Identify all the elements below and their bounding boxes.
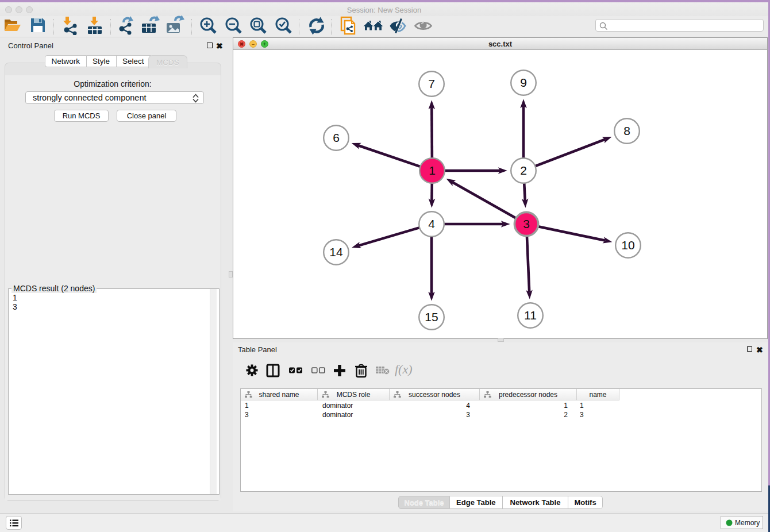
svg-text:7: 7 xyxy=(428,77,435,90)
svg-text:8: 8 xyxy=(623,124,630,137)
svg-text:6: 6 xyxy=(333,131,340,144)
svg-text:4: 4 xyxy=(428,217,435,230)
svg-text:11: 11 xyxy=(524,309,537,322)
svg-text:14: 14 xyxy=(329,245,343,259)
svg-text:10: 10 xyxy=(621,238,634,252)
svg-text:15: 15 xyxy=(425,310,438,323)
svg-text:2: 2 xyxy=(520,164,527,177)
svg-text:9: 9 xyxy=(520,76,527,89)
svg-text:1: 1 xyxy=(429,164,436,177)
svg-text:3: 3 xyxy=(523,217,530,230)
